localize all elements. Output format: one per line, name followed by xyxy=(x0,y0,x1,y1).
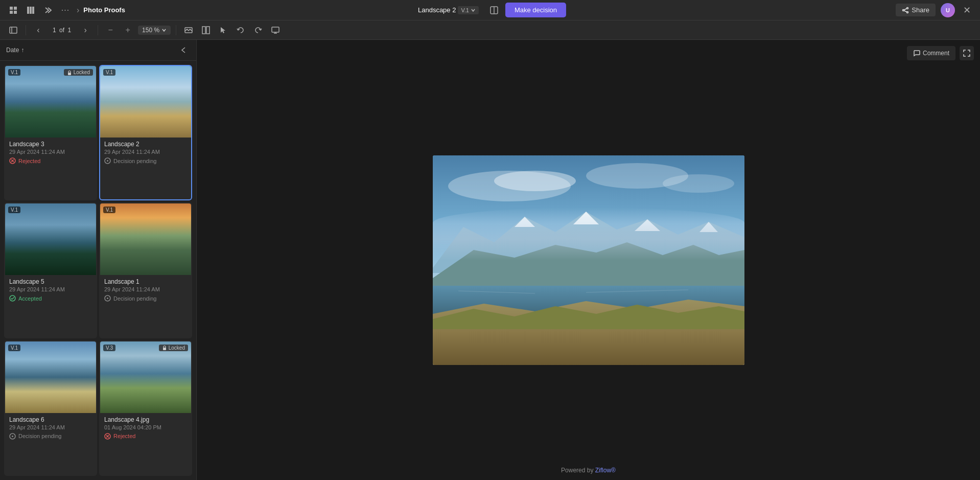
version-tag: V.1 xyxy=(103,207,115,213)
svg-point-27 xyxy=(107,160,108,162)
sidebar-toggle-button[interactable] xyxy=(178,44,190,56)
version-badge: V.1 xyxy=(458,6,479,14)
top-bar-right: Share U ✕ xyxy=(896,3,974,17)
thumb-image xyxy=(5,341,96,413)
photo-card-landscape6[interactable]: V.1 Landscape 6 29 Apr 2024 11:24 AM Dec… xyxy=(4,340,97,476)
svg-rect-2 xyxy=(10,11,13,14)
avatar[interactable]: U xyxy=(941,3,955,17)
photo-info: Landscape 6 29 Apr 2024 11:24 AM Decisio… xyxy=(5,413,96,443)
svg-marker-45 xyxy=(635,219,660,231)
photo-name: Landscape 1 xyxy=(104,278,187,285)
columns-icon[interactable] xyxy=(24,3,38,17)
svg-rect-0 xyxy=(10,7,13,10)
photo-thumb: V.1 xyxy=(100,203,191,275)
toolbar-separator-2 xyxy=(98,25,98,35)
main-content: Date ↑ V.1 Locked Landscape 3 29 Apr 202… xyxy=(0,40,980,480)
viewer-toolbar: ‹ 1 of 1 › − + 150 % xyxy=(0,20,980,40)
photo-thumb: V.1 xyxy=(5,203,96,275)
photo-info: Landscape 4.jpg 01 Aug 2024 04:20 PM Rej… xyxy=(100,413,191,443)
thumb-image xyxy=(100,341,191,413)
monitor-button[interactable] xyxy=(268,23,283,37)
version-tag: V.1 xyxy=(8,345,20,351)
svg-point-11 xyxy=(907,11,908,13)
book-icon[interactable] xyxy=(487,3,501,17)
thumb-image xyxy=(100,66,191,138)
file-name-dropdown[interactable]: Landscape 2 V.1 xyxy=(414,4,483,16)
powered-by: Powered by Ziflow® xyxy=(561,467,616,474)
svg-marker-44 xyxy=(573,212,599,224)
sidebar-header: Date ↑ xyxy=(0,40,196,61)
ellipsis-icon[interactable]: ··· xyxy=(58,3,73,17)
sidebar: Date ↑ V.1 Locked Landscape 3 29 Apr 202… xyxy=(0,40,197,480)
breadcrumb-separator: › xyxy=(77,6,79,15)
next-page-button[interactable]: › xyxy=(78,23,92,37)
top-bar: ··· › Photo Proofs Landscape 2 V.1 Make … xyxy=(0,0,980,20)
photo-card-landscape3[interactable]: V.1 Locked Landscape 3 29 Apr 2024 11:24… xyxy=(4,65,97,200)
current-file-name: Landscape 2 xyxy=(418,6,456,14)
status-rejected: Rejected xyxy=(104,433,187,440)
svg-rect-19 xyxy=(272,27,279,32)
photo-grid: V.1 Locked Landscape 3 29 Apr 2024 11:24… xyxy=(0,61,196,480)
zoom-out-button[interactable]: − xyxy=(103,23,118,37)
main-image-canvas xyxy=(433,155,744,365)
photo-card-landscape5[interactable]: V.1 Landscape 5 29 Apr 2024 11:24 AM Acc… xyxy=(4,202,97,338)
comment-button[interactable]: Comment xyxy=(907,46,955,60)
undo-button[interactable] xyxy=(234,23,248,37)
photo-name: Landscape 3 xyxy=(9,141,92,148)
share-button[interactable]: Share xyxy=(896,4,936,16)
zoom-in-button[interactable]: + xyxy=(121,23,135,37)
status-accepted: Accepted xyxy=(9,295,92,302)
image-view-button[interactable] xyxy=(181,23,196,37)
photo-card-landscape2[interactable]: V.1 Landscape 2 29 Apr 2024 11:24 AM Dec… xyxy=(99,65,192,200)
page-indicator: 1 of 1 xyxy=(49,27,75,34)
viewer-area: Powered by Ziflow® Comment xyxy=(197,40,980,480)
svg-line-13 xyxy=(904,10,907,11)
svg-marker-46 xyxy=(699,222,718,232)
forward-icon[interactable] xyxy=(41,3,55,17)
svg-rect-6 xyxy=(32,7,34,14)
photo-date: 29 Apr 2024 11:24 AM xyxy=(104,286,187,292)
photo-info: Landscape 1 29 Apr 2024 11:24 AM Decisio… xyxy=(100,275,191,305)
svg-rect-1 xyxy=(14,7,17,10)
panel-toggle-button[interactable] xyxy=(6,23,20,37)
svg-marker-47 xyxy=(433,242,744,288)
compare-button[interactable] xyxy=(199,23,213,37)
photo-date: 29 Apr 2024 11:24 AM xyxy=(9,149,92,155)
svg-rect-5 xyxy=(30,7,32,14)
photo-name: Landscape 2 xyxy=(104,141,187,148)
photo-card-landscape4[interactable]: V.3 Locked Landscape 4.jpg 01 Aug 2024 0… xyxy=(99,340,192,476)
toolbar-separator-1 xyxy=(26,25,26,35)
photo-info: Landscape 2 29 Apr 2024 11:24 AM Decisio… xyxy=(100,138,191,167)
redo-button[interactable] xyxy=(251,23,265,37)
close-button[interactable]: ✕ xyxy=(960,4,974,17)
thumb-image xyxy=(5,66,96,138)
landscape-svg xyxy=(433,155,744,365)
breadcrumb-title: Photo Proofs xyxy=(83,6,125,14)
svg-point-10 xyxy=(903,9,904,11)
svg-point-32 xyxy=(12,436,13,437)
photo-thumb: V.1 Locked xyxy=(5,66,96,138)
svg-marker-43 xyxy=(515,217,535,227)
svg-marker-51 xyxy=(433,300,744,365)
photo-date: 29 Apr 2024 11:24 AM xyxy=(104,149,187,155)
thumb-image xyxy=(5,203,96,275)
cursor-tool-button[interactable] xyxy=(216,23,230,37)
locked-tag: Locked xyxy=(64,69,93,76)
sort-control[interactable]: Date ↑ xyxy=(6,47,24,54)
viewer-expand-button[interactable] xyxy=(960,46,974,60)
svg-rect-3 xyxy=(14,11,17,14)
photo-card-landscape1[interactable]: V.1 Landscape 1 29 Apr 2024 11:24 AM Dec… xyxy=(99,202,192,338)
prev-page-button[interactable]: ‹ xyxy=(31,23,45,37)
photo-thumb: V.1 xyxy=(5,341,96,413)
svg-rect-18 xyxy=(206,27,209,34)
top-bar-center: Landscape 2 V.1 Make decision xyxy=(414,3,566,17)
svg-line-12 xyxy=(904,8,907,9)
zoom-control[interactable]: 150 % xyxy=(138,26,171,35)
grid-view-icon[interactable] xyxy=(6,3,20,17)
locked-tag: Locked xyxy=(159,345,188,351)
status-pending: Decision pending xyxy=(9,433,92,440)
status-pending: Decision pending xyxy=(104,157,187,164)
version-tag: V.1 xyxy=(103,69,115,76)
make-decision-button[interactable]: Make decision xyxy=(505,3,566,17)
svg-rect-14 xyxy=(10,27,17,33)
